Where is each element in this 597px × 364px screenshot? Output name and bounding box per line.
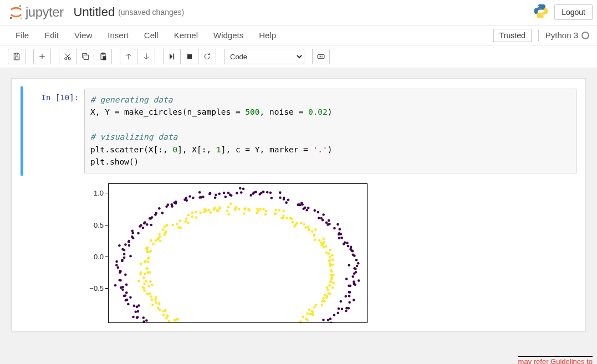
svg-point-423 xyxy=(159,309,161,311)
svg-point-403 xyxy=(137,280,140,283)
jupyter-logo[interactable]: jupyter xyxy=(8,4,64,20)
svg-point-520 xyxy=(330,274,333,277)
svg-point-79 xyxy=(260,192,263,194)
svg-point-2 xyxy=(21,17,22,19)
svg-point-316 xyxy=(282,217,284,219)
svg-point-174 xyxy=(146,322,149,323)
save-button[interactable] xyxy=(8,49,25,64)
svg-point-399 xyxy=(149,271,151,274)
svg-point-326 xyxy=(262,208,265,211)
svg-point-59 xyxy=(307,207,310,209)
svg-point-124 xyxy=(150,224,153,227)
svg-point-372 xyxy=(162,228,165,231)
menu-edit[interactable]: Edit xyxy=(37,25,67,45)
menu-view[interactable]: View xyxy=(67,25,100,45)
svg-point-1 xyxy=(9,17,12,19)
svg-point-322 xyxy=(265,210,268,213)
menu-insert[interactable]: Insert xyxy=(100,25,136,45)
svg-point-263 xyxy=(348,291,351,294)
svg-point-150 xyxy=(124,273,127,276)
page-cutoff-text: may refer Guidelines to xyxy=(518,356,593,364)
svg-point-387 xyxy=(150,250,152,253)
svg-point-494 xyxy=(306,312,309,315)
ytick-label: −0.5 xyxy=(81,284,104,293)
svg-point-411 xyxy=(146,293,149,295)
svg-point-426 xyxy=(164,309,167,312)
copy-button[interactable] xyxy=(76,49,94,64)
svg-point-138 xyxy=(121,248,124,251)
svg-point-341 xyxy=(226,209,229,212)
svg-point-172 xyxy=(142,316,145,319)
menu-cell[interactable]: Cell xyxy=(136,25,166,45)
notebook-name[interactable]: Untitled xyxy=(74,5,115,19)
svg-point-111 xyxy=(171,205,174,208)
restart-button[interactable] xyxy=(198,49,216,64)
svg-point-391 xyxy=(147,260,150,263)
svg-point-405 xyxy=(151,284,154,286)
move-up-button[interactable] xyxy=(120,49,137,64)
cut-button[interactable] xyxy=(59,49,76,64)
svg-point-271 xyxy=(358,279,360,282)
run-button[interactable] xyxy=(163,49,181,64)
celltype-select[interactable]: CodeMarkdownRaw NBConvertHeading xyxy=(224,49,304,64)
trusted-badge[interactable]: Trusted xyxy=(493,29,532,42)
interrupt-button[interactable] xyxy=(181,49,198,64)
svg-point-105 xyxy=(185,197,187,199)
svg-point-99 xyxy=(202,196,205,198)
command-palette-button[interactable] xyxy=(312,49,330,64)
svg-marker-16 xyxy=(170,54,172,60)
svg-point-250 xyxy=(333,314,336,316)
svg-point-29 xyxy=(355,259,358,262)
svg-point-175 xyxy=(145,319,148,322)
svg-point-68 xyxy=(287,198,290,201)
svg-point-34 xyxy=(347,245,350,248)
svg-point-58 xyxy=(313,209,316,212)
svg-point-140 xyxy=(123,253,126,255)
svg-point-502 xyxy=(315,304,318,306)
svg-point-158 xyxy=(125,291,128,294)
svg-point-385 xyxy=(146,247,149,249)
svg-point-410 xyxy=(143,289,146,292)
output-area: . −0.50.00.51.0 xyxy=(21,178,576,323)
svg-point-156 xyxy=(120,286,123,289)
svg-point-93 xyxy=(215,193,217,196)
svg-point-248 xyxy=(327,319,330,321)
code-cell[interactable]: In [10]: # generating dataX, Y = make_ci… xyxy=(21,86,576,176)
menu-kernel[interactable]: Kernel xyxy=(166,25,206,45)
svg-point-42 xyxy=(338,237,341,239)
python-icon xyxy=(533,3,549,20)
save-status: (unsaved changes) xyxy=(118,8,184,17)
svg-point-321 xyxy=(274,212,277,215)
svg-point-90 xyxy=(223,192,226,194)
svg-point-511 xyxy=(329,293,331,295)
add-cell-button[interactable] xyxy=(33,49,51,64)
ytick-label: 0.5 xyxy=(81,221,104,229)
input-prompt: In [10]: xyxy=(23,89,84,173)
svg-point-85 xyxy=(240,191,243,194)
svg-point-356 xyxy=(191,215,194,218)
menu-help[interactable]: Help xyxy=(251,25,284,45)
logout-button[interactable]: Logout xyxy=(554,4,593,20)
svg-point-39 xyxy=(344,241,346,244)
code-input[interactable]: # generating dataX, Y = make_circles(n_s… xyxy=(84,89,576,173)
svg-point-374 xyxy=(158,233,161,235)
svg-point-336 xyxy=(234,208,237,211)
menu-widgets[interactable]: Widgets xyxy=(206,25,251,45)
svg-point-346 xyxy=(217,209,220,212)
svg-point-331 xyxy=(243,212,246,215)
svg-point-7 xyxy=(68,58,70,60)
svg-point-89 xyxy=(227,192,230,194)
svg-point-45 xyxy=(339,228,341,230)
svg-point-377 xyxy=(150,239,152,242)
svg-point-272 xyxy=(353,272,356,275)
svg-point-333 xyxy=(243,208,246,211)
move-down-button[interactable] xyxy=(137,49,155,64)
svg-point-289 xyxy=(325,245,328,248)
svg-point-143 xyxy=(121,259,124,262)
svg-point-129 xyxy=(131,232,134,234)
paste-button[interactable] xyxy=(94,49,112,64)
menu-file[interactable]: File xyxy=(8,25,37,45)
svg-point-44 xyxy=(338,233,340,236)
svg-point-428 xyxy=(165,317,168,320)
kernel-label: Python 3 xyxy=(545,30,589,40)
